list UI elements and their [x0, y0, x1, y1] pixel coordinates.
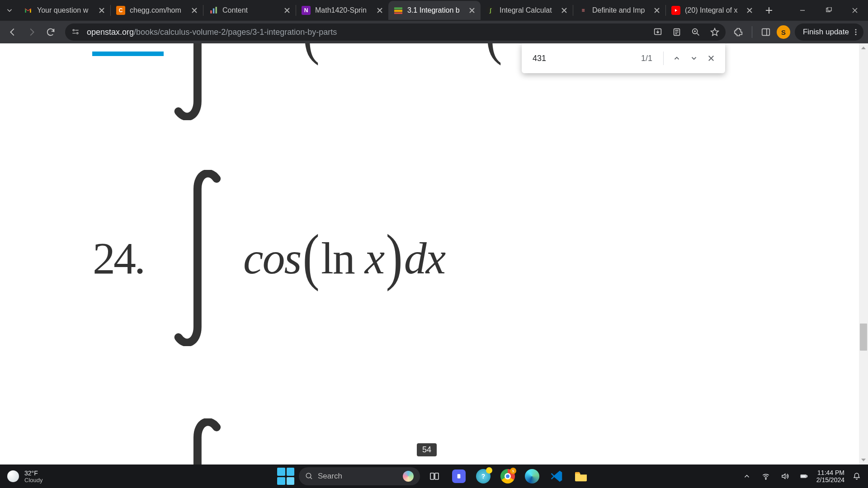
taskbar-search[interactable]: Search — [299, 467, 420, 485]
find-prev-button[interactable] — [670, 49, 684, 67]
chrome-button[interactable]: s — [498, 466, 518, 486]
explorer-button[interactable] — [571, 466, 591, 486]
weather-icon — [7, 470, 19, 482]
tab-definite[interactable]: ≡ Definite and Imp — [573, 1, 665, 20]
taskbar-clock[interactable]: 11:44 PM 2/15/2024 — [816, 469, 844, 483]
separator — [663, 52, 664, 65]
inner-op: ln — [321, 232, 354, 284]
func-name: cos — [243, 232, 301, 284]
tips-app-button[interactable]: ? — [473, 466, 493, 486]
close-icon[interactable] — [190, 6, 198, 14]
tab-search-button[interactable] — [3, 4, 16, 17]
site-settings-icon[interactable] — [71, 27, 80, 37]
tab-title: Content — [222, 6, 278, 14]
search-placeholder: Search — [318, 472, 342, 481]
tab-content[interactable]: Content — [203, 1, 296, 20]
equation-24: 24. cos ( ln x ) dx — [93, 170, 445, 346]
reader-mode-icon[interactable] — [670, 26, 683, 38]
close-icon[interactable] — [283, 6, 291, 14]
copilot-icon[interactable] — [403, 471, 414, 482]
youtube-icon — [671, 6, 680, 15]
svg-point-17 — [306, 473, 311, 478]
tab-title: Integral Calculat — [500, 6, 556, 14]
close-icon[interactable] — [745, 6, 754, 14]
find-close-button[interactable] — [704, 49, 718, 67]
footnote-badge[interactable]: 54 — [417, 443, 437, 456]
tab-title: Definite and Imp — [592, 6, 648, 14]
clock-time: 11:44 PM — [816, 469, 844, 476]
tab-onenote[interactable]: N Math1420-Sprin — [296, 1, 388, 20]
svg-rect-18 — [430, 473, 434, 479]
tray-expand-icon[interactable] — [741, 470, 753, 483]
extensions-icon[interactable] — [732, 26, 745, 38]
forward-button[interactable] — [24, 24, 40, 40]
svg-rect-24 — [801, 476, 805, 477]
notifications-icon[interactable] — [851, 470, 863, 482]
edge-button[interactable] — [522, 466, 542, 486]
update-button[interactable]: Finish update — [795, 23, 863, 41]
close-icon[interactable] — [468, 6, 476, 14]
close-icon[interactable] — [653, 6, 661, 14]
taskbar-weather[interactable]: 32°F Cloudy — [0, 469, 42, 483]
find-next-button[interactable] — [687, 49, 701, 67]
tab-openstax-active[interactable]: 3.1 Integration b — [388, 1, 481, 20]
svg-rect-3 — [394, 7, 402, 9]
svg-rect-20 — [458, 474, 461, 478]
start-button[interactable] — [277, 468, 294, 485]
svg-point-8 — [73, 29, 74, 31]
side-panel-icon[interactable] — [760, 26, 772, 38]
svg-point-16 — [855, 34, 857, 35]
integral-sign-icon — [171, 43, 243, 120]
svg-rect-5 — [394, 13, 402, 14]
integrand: cos ( ln x ) dx — [243, 232, 445, 284]
tab-title: chegg.com/hom — [130, 6, 186, 14]
svg-rect-23 — [807, 476, 807, 477]
svg-point-9 — [77, 33, 78, 34]
tab-youtube[interactable]: (20) Integral of x — [666, 1, 758, 20]
vscode-button[interactable] — [547, 466, 566, 486]
windows-taskbar: 32°F Cloudy Search ? s 11:44 PM 2/15/202… — [0, 465, 868, 488]
scroll-up-button[interactable] — [859, 43, 868, 52]
bookmark-star-icon[interactable] — [708, 26, 721, 38]
scrollbar-track[interactable] — [859, 52, 868, 465]
svg-rect-4 — [394, 10, 402, 12]
install-app-icon[interactable] — [651, 26, 664, 38]
separator — [752, 26, 752, 38]
chat-app-button[interactable] — [449, 466, 469, 486]
maximize-button[interactable] — [816, 0, 842, 21]
equation-next: 25. — [93, 418, 243, 465]
close-window-button[interactable] — [842, 0, 868, 21]
equation-prev: 23. cos ( ln x ( — [93, 43, 504, 120]
svg-rect-7 — [828, 7, 831, 11]
scroll-down-button[interactable] — [859, 455, 868, 465]
toolbar-right: S Finish update — [732, 23, 863, 41]
tab-gmail[interactable]: Your question w — [18, 1, 110, 20]
tab-chegg[interactable]: C chegg.com/hom — [111, 1, 203, 20]
svg-rect-13 — [762, 29, 770, 36]
address-bar[interactable]: openstax.org/books/calculus-volume-2/pag… — [65, 23, 726, 41]
scrollbar-thumb[interactable] — [860, 324, 867, 351]
wifi-icon[interactable] — [760, 470, 772, 483]
close-icon[interactable] — [98, 6, 106, 14]
differential: dx — [404, 232, 445, 284]
taskbar-center: Search ? s — [277, 465, 591, 488]
minimize-button[interactable] — [789, 0, 816, 21]
volume-icon[interactable] — [778, 470, 791, 483]
site-icon: ≡ — [579, 6, 588, 15]
new-tab-button[interactable] — [761, 2, 777, 19]
back-button[interactable] — [5, 24, 21, 40]
openstax-icon — [394, 6, 403, 15]
task-view-button[interactable] — [425, 466, 444, 486]
find-input[interactable] — [533, 54, 637, 63]
battery-icon[interactable] — [797, 470, 810, 483]
onenote-icon: N — [302, 6, 311, 15]
reload-button[interactable] — [42, 24, 59, 40]
tab-integral-calc[interactable]: ∫ Integral Calculat — [481, 1, 573, 20]
weather-desc: Cloudy — [24, 477, 42, 483]
close-icon[interactable] — [376, 6, 384, 14]
svg-point-14 — [855, 29, 857, 30]
zoom-icon[interactable] — [689, 26, 702, 38]
close-icon[interactable] — [560, 6, 568, 14]
profile-avatar[interactable]: S — [777, 25, 790, 39]
chegg-icon: C — [116, 6, 125, 15]
